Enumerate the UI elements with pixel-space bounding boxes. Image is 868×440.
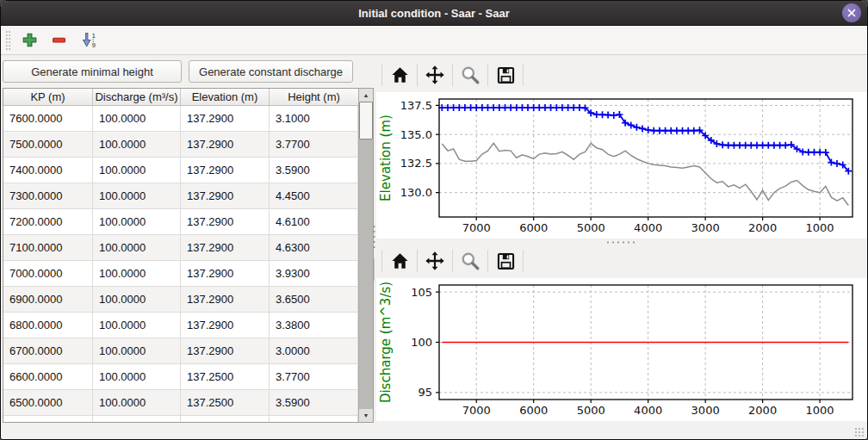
table-cell[interactable]: 137.2900 [181,183,270,209]
table-cell[interactable]: 6800.0000 [3,313,93,338]
table-cell[interactable]: 7000.0000 [3,261,93,287]
toolbar-separator [523,64,524,86]
table-body: 7600.0000100.0000137.29003.10007500.0000… [3,106,358,422]
table-cell[interactable]: 3.6500 [270,287,358,313]
elevation-chart[interactable]: 7000600050004000300020001000130.0132.513… [376,92,867,239]
table-cell[interactable]: 7600.0000 [3,106,93,132]
table-cell[interactable]: 137.2900 [181,106,270,132]
table-cell[interactable]: 6600.0000 [3,364,93,390]
table-cell[interactable]: 6500.0000 [3,390,93,416]
table-cell[interactable]: 7100.0000 [3,235,93,261]
pan-button[interactable] [421,62,449,88]
table-cell[interactable]: 137.2900 [181,313,270,338]
remove-row-button[interactable] [47,28,70,53]
svg-text:7000: 7000 [462,221,491,234]
discharge-chart[interactable]: 700060005000400030002000100095100105Disc… [376,278,867,421]
save-icon [496,251,516,271]
table-cell[interactable]: 137.2500 [181,364,270,390]
save-button[interactable] [492,248,519,274]
table-cell[interactable]: 3.9300 [270,261,358,287]
table-cell[interactable]: 100.0000 [93,364,181,390]
table-cell[interactable]: 6700.0000 [3,338,93,364]
table-cell[interactable]: 3.7700 [270,364,358,390]
zoom-button[interactable] [456,62,484,88]
table-cell[interactable]: 100.0000 [93,235,181,261]
table-cell[interactable]: 3.3800 [270,313,358,338]
add-row-button[interactable] [18,28,40,53]
table-row: 6500.0000100.0000137.25003.5900 [3,390,358,416]
table-cell[interactable]: 4.6100 [270,209,358,235]
table-row: 7000.0000100.0000137.29003.9300 [3,261,358,287]
sort-rows-button[interactable]: 1 9 [77,28,99,53]
table-cell[interactable]: 3.5900 [270,390,358,416]
table-cell[interactable]: 137.2900 [181,132,270,158]
scrollbar-thumb[interactable] [359,102,373,139]
pane-splitter-handle[interactable] [372,55,375,440]
table-row: 6900.0000100.0000137.29003.6500 [3,287,358,313]
table-row: 6700.0000100.0000137.29003.0000 [3,338,358,364]
table-cell[interactable]: 100.0000 [93,287,181,313]
table-cell[interactable]: 100.0000 [93,106,181,132]
column-header[interactable]: Height (m) [270,89,358,105]
table-cell[interactable]: 137.2900 [181,261,270,287]
chart-splitter-handle[interactable] [376,239,867,245]
table-cell [181,416,270,422]
table-cell[interactable]: 137.2900 [181,209,270,235]
table-cell[interactable]: 100.0000 [93,183,181,209]
table-cell[interactable]: 3.1000 [270,106,358,132]
table-row: 7300.0000100.0000137.29004.4500 [3,183,358,209]
table-cell[interactable]: 100.0000 [93,132,181,158]
table-cell[interactable]: 100.0000 [93,209,181,235]
table-cell[interactable]: 100.0000 [93,338,181,364]
svg-text:4000: 4000 [634,404,662,417]
scrollbar-track[interactable] [359,102,373,409]
main-area: Generate minimal height Generate constan… [1,55,867,440]
toolbar-separator [487,64,488,86]
generate-constant-discharge-button[interactable]: Generate constant discharge [189,60,353,83]
table-cell[interactable]: 137.2500 [181,390,270,416]
table-cell[interactable]: 100.0000 [93,261,181,287]
svg-text:4000: 4000 [634,221,662,234]
toolbar-grip-handle[interactable] [5,30,11,51]
titlebar[interactable]: Initial condition - Saar - Saar [1,1,867,26]
table-cell[interactable]: 3.7700 [270,132,358,158]
svg-text:1000: 1000 [806,221,834,234]
table-cell[interactable]: 137.2900 [181,338,270,364]
table-cell[interactable]: 4.4500 [270,183,358,209]
table-cell[interactable]: 3.0000 [270,338,358,364]
column-header[interactable]: Discharge (m³/s) [93,89,181,105]
home-button[interactable] [386,62,413,88]
discharge-chart-toolbar [378,247,867,275]
table-cell[interactable]: 100.0000 [93,390,181,416]
home-button[interactable] [386,248,413,274]
window-resize-grip[interactable] [854,427,864,437]
charts-panel: 7000600050004000300020001000130.0132.513… [375,55,867,440]
table-cell[interactable]: 100.0000 [93,313,181,338]
table-cell[interactable]: 7500.0000 [3,132,93,158]
table-cell[interactable]: 137.2900 [181,235,270,261]
table-cell[interactable]: 137.2900 [181,158,270,183]
table-cell[interactable]: 7200.0000 [3,209,93,235]
add-icon [22,33,37,47]
table-cell[interactable]: 100.0000 [93,158,181,183]
svg-text:2000: 2000 [748,221,777,234]
column-header[interactable]: Elevation (m) [181,89,270,105]
table-cell[interactable]: 137.2900 [181,287,270,313]
close-button[interactable] [842,3,861,22]
table-cell[interactable]: 6900.0000 [3,287,93,313]
scroll-down-button[interactable]: ▼ [359,409,373,422]
save-button[interactable] [492,62,519,88]
vertical-scrollbar[interactable]: ▲ ▼ [358,89,373,422]
svg-text:137.5: 137.5 [400,99,432,112]
zoom-button[interactable] [456,248,484,274]
table-cell[interactable]: 7400.0000 [3,158,93,183]
table-cell[interactable]: 4.6300 [270,235,358,261]
remove-icon [52,33,66,47]
column-header[interactable]: KP (m) [3,89,93,105]
generate-minimal-height-button[interactable]: Generate minimal height [3,60,182,83]
svg-text:6000: 6000 [519,404,548,417]
pan-button[interactable] [421,248,449,274]
table-cell[interactable]: 7300.0000 [3,183,93,209]
scroll-up-button[interactable]: ▲ [359,89,373,102]
table-cell[interactable]: 3.5900 [270,158,358,183]
